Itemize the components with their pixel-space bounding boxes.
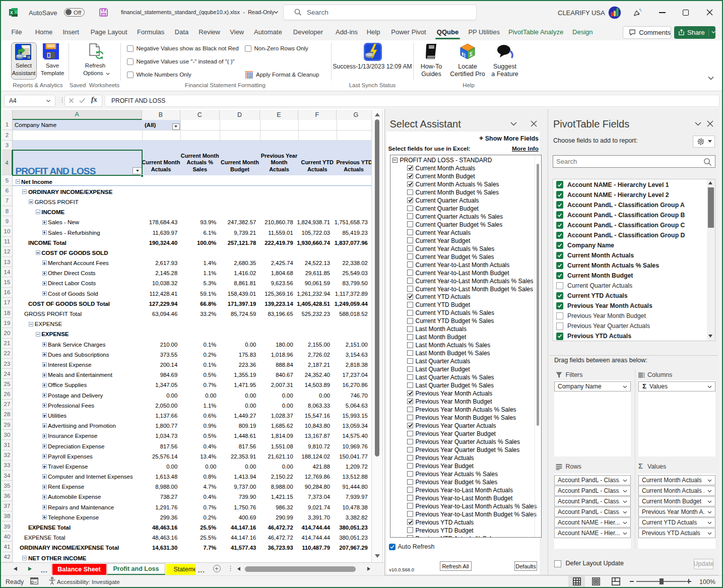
svg-text:X: X	[10, 10, 13, 15]
